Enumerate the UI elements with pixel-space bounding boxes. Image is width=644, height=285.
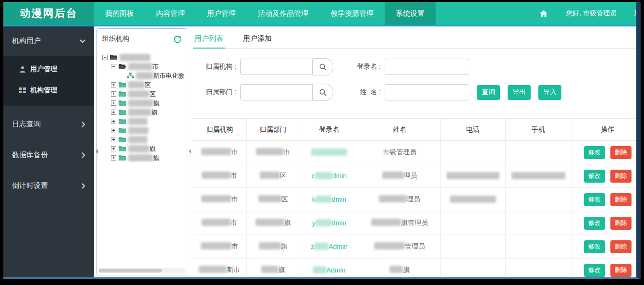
table-row: 市旗ydmin旗管理员修改删除 — [193, 211, 636, 235]
cell-text: 旗管理员 — [401, 219, 428, 226]
table-row: 市旗zAdmin管理员修改删除 — [193, 235, 636, 259]
nav-item[interactable]: 我的面板 — [94, 2, 145, 25]
tree-node[interactable]: + — [102, 117, 187, 126]
tree-expand-toggle[interactable]: + — [111, 137, 116, 142]
actions-cell: 修改删除 — [571, 164, 636, 188]
tree-node[interactable]: +区 — [102, 80, 187, 89]
tree-expand-toggle[interactable]: + — [111, 128, 116, 133]
filter-form: 归属机构 : 登录名 : 归属部门 : — [193, 49, 636, 110]
tree-expand-toggle[interactable]: + — [111, 155, 116, 161]
column-header: 操作 — [571, 119, 636, 141]
delete-button[interactable]: 删除 — [610, 240, 632, 253]
tab-user-add[interactable]: 用户添加 — [242, 30, 273, 48]
dept-search-button[interactable] — [313, 84, 333, 101]
sidebar-extra: 日志查询数据库备份倒计时设置 — [3, 112, 94, 198]
import-button[interactable]: 导入 — [538, 85, 561, 100]
name-filter-input[interactable] — [385, 84, 469, 100]
sidebar-item[interactable]: 倒计时设置 — [3, 173, 94, 198]
folder-open-icon — [118, 63, 126, 70]
sidebar-item-org-management[interactable]: 机构管理 — [3, 80, 94, 101]
cell-text: 旗 — [281, 242, 288, 250]
delete-button[interactable]: 删除 — [610, 170, 632, 183]
tree-expand-toggle[interactable]: + — [111, 146, 116, 151]
tree-node-label: 市 — [152, 62, 158, 71]
tree-node[interactable]: + — [102, 135, 187, 144]
table-cell: cdmin — [300, 164, 359, 188]
nav-item[interactable]: 用户管理 — [196, 2, 247, 25]
delete-button[interactable]: 删除 — [610, 264, 632, 277]
table-cell — [505, 141, 571, 164]
sidebar-item-user-management[interactable]: 用户管理 — [3, 59, 94, 80]
tab-user-list[interactable]: 用户列表 — [193, 30, 225, 49]
edit-button[interactable]: 修改 — [584, 146, 605, 159]
dept-filter-label: 归属部门 : — [198, 88, 236, 97]
redacted-text — [128, 145, 149, 152]
edit-button[interactable]: 修改 — [584, 240, 605, 253]
tree-node[interactable]: −市 — [102, 62, 187, 71]
edit-button[interactable]: 修改 — [584, 264, 605, 277]
user-greeting: 您好, 市级管理员 — [566, 9, 617, 18]
table-row: 市区cdmin理员修改删除 — [193, 164, 636, 188]
tree-node[interactable]: +旗 — [102, 153, 187, 162]
edit-button[interactable]: 修改 — [584, 170, 605, 183]
tree-hscrollbar-thumb[interactable] — [99, 269, 162, 273]
login-filter-input[interactable] — [385, 59, 469, 75]
tree-node[interactable]: +旗 — [102, 99, 187, 108]
actions-cell: 修改删除 — [571, 259, 636, 278]
tree-node[interactable]: 斯市电化教 — [102, 71, 187, 80]
table-cell: 旗 — [246, 211, 300, 235]
tree-expand-toggle[interactable]: + — [111, 119, 116, 124]
tree-expand-toggle[interactable]: + — [111, 82, 116, 87]
edit-button[interactable]: 修改 — [584, 217, 605, 230]
logout-link[interactable]: 退 — [634, 9, 641, 18]
nav-item[interactable]: 系统设置 — [385, 2, 436, 25]
delete-button[interactable]: 删除 — [610, 146, 632, 159]
dept-icon — [127, 73, 134, 79]
panel-collapse-arrow-left[interactable] — [93, 149, 98, 154]
cell-text: dmin — [332, 219, 346, 227]
edit-button[interactable]: 修改 — [584, 193, 605, 206]
org-tree-panel-wrap: 组织机构 −−市斯市电化教+区+区+旗+旗++++旗+旗 — [94, 26, 189, 277]
table-cell: 区 — [246, 164, 300, 188]
dept-filter-input[interactable] — [240, 84, 313, 100]
nav-item[interactable]: 内容管理 — [145, 2, 196, 25]
org-search-button[interactable] — [313, 58, 333, 75]
table-cell — [505, 188, 571, 211]
tree-expand-toggle[interactable]: + — [111, 110, 116, 115]
tree-expand-toggle[interactable]: + — [111, 91, 116, 97]
sidebar: 机构用户 用户管理 机构管理 日志查 — [3, 26, 94, 277]
home-icon[interactable] — [540, 10, 547, 17]
tree-collapse-toggle[interactable]: − — [111, 64, 116, 69]
delete-button[interactable]: 删除 — [610, 217, 632, 230]
export-button[interactable]: 导出 — [508, 85, 531, 100]
redacted-text — [371, 219, 401, 226]
redacted-text — [313, 266, 327, 273]
tree-node[interactable]: − — [102, 53, 187, 62]
table-cell: ydmin — [300, 211, 359, 235]
sidebar-group-org-users[interactable]: 机构用户 — [3, 26, 94, 56]
sidebar-item[interactable]: 数据库备份 — [3, 143, 94, 167]
query-button[interactable]: 查询 — [477, 85, 500, 100]
delete-button[interactable]: 删除 — [610, 193, 632, 206]
tree-hscrollbar[interactable] — [98, 268, 185, 273]
table-cell — [440, 188, 505, 211]
tree-node[interactable]: +旗 — [102, 108, 187, 117]
tree-node[interactable]: +区 — [102, 89, 187, 99]
sidebar-submenu: 用户管理 机构管理 — [3, 56, 94, 106]
redacted-text — [511, 172, 565, 179]
redacted-text — [120, 54, 150, 61]
redacted-text — [258, 195, 281, 202]
nav-item[interactable]: 活动及作品管理 — [247, 2, 319, 25]
nav-item[interactable]: 教学资源管理 — [319, 2, 385, 25]
org-filter-input[interactable] — [240, 59, 313, 75]
tree-node[interactable]: +旗 — [102, 144, 187, 153]
redacted-text — [201, 148, 231, 155]
cell-text: 理员 — [407, 195, 420, 203]
cell-text: z — [311, 243, 314, 250]
column-header: 归属机构 — [193, 119, 246, 141]
tree-collapse-toggle[interactable]: − — [102, 55, 108, 60]
tree-node[interactable]: + — [102, 126, 187, 135]
sidebar-item[interactable]: 日志查询 — [3, 112, 94, 136]
tree-expand-toggle[interactable]: + — [111, 100, 116, 106]
refresh-icon[interactable] — [174, 36, 181, 43]
